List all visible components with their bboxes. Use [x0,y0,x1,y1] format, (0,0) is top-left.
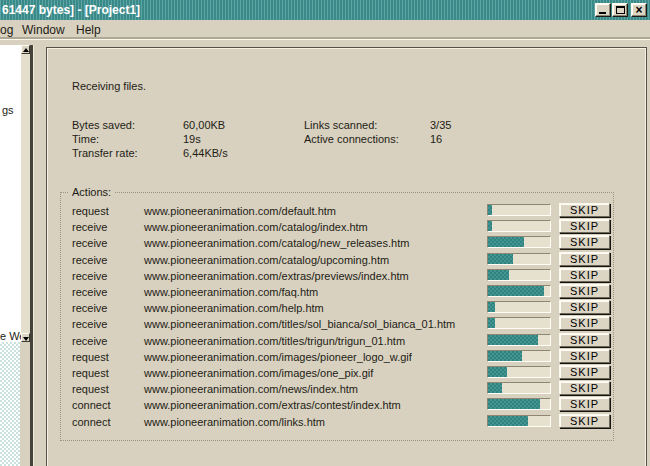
action-type: request [72,367,109,379]
action-url: www.pioneeranimation.com/titles/sol_bian… [144,318,455,330]
progress-bar-fill [488,399,540,409]
action-url: www.pioneeranimation.com/links.htm [144,416,325,428]
time-label: Time: [72,133,99,145]
action-type: connect [72,416,111,428]
action-type: receive [72,302,107,314]
skip-button[interactable]: SKIP [559,414,610,428]
close-button[interactable]: × [631,3,647,17]
skip-button[interactable]: SKIP [559,365,610,379]
progress-bar [487,269,551,281]
action-type: receive [72,221,107,233]
progress-bar-fill [488,302,495,312]
progress-bar [487,334,551,346]
transfer-rate-label: Transfer rate: [72,147,138,159]
menu-item-help[interactable]: Help [76,23,101,37]
links-scanned-value: 3/35 [430,119,451,131]
skip-button[interactable]: SKIP [559,300,610,314]
action-url: www.pioneeranimation.com/extras/previews… [144,270,409,282]
minimize-icon [599,12,606,14]
skip-button[interactable]: SKIP [559,235,610,249]
action-row: receive www.pioneeranimation.com/faq.htm… [0,284,650,300]
action-url: www.pioneeranimation.com/help.htm [144,302,324,314]
progress-bar-fill [488,351,522,361]
progress-bar-fill [488,416,528,426]
progress-bar [487,236,551,248]
scroll-up-button[interactable] [21,45,30,54]
action-type: request [72,383,109,395]
progress-bar [487,204,551,216]
progress-bar [487,253,551,265]
action-url: www.pioneeranimation.com/news/index.htm [144,383,358,395]
progress-bar-fill [488,286,544,296]
action-row: connect www.pioneeranimation.com/extras/… [0,397,650,413]
skip-button[interactable]: SKIP [559,349,610,363]
action-row: receive www.pioneeranimation.com/catalog… [0,219,650,235]
action-row: receive www.pioneeranimation.com/extras/… [0,268,650,284]
active-connections-value: 16 [430,133,442,145]
action-type: receive [72,237,107,249]
menu-bar: og Window Help [0,20,650,40]
progress-bar-fill [488,205,492,215]
action-row: request www.pioneeranimation.com/default… [0,203,650,219]
arrow-up-icon [23,48,29,52]
skip-button[interactable]: SKIP [559,219,610,233]
action-row: receive www.pioneeranimation.com/catalog… [0,235,650,251]
bytes-saved-value: 60,00KB [183,119,225,131]
window-title: 61447 bytes] - [Project1] [2,3,140,17]
progress-bar-fill [488,237,524,247]
action-type: receive [72,286,107,298]
action-url: www.pioneeranimation.com/faq.htm [144,286,318,298]
app-window: { "window": { "title": "61447 bytes] - [… [0,0,650,466]
bytes-saved-label: Bytes saved: [72,119,135,131]
action-url: www.pioneeranimation.com/images/one_pix.… [144,367,373,379]
transfer-rate-value: 6,44KB/s [183,147,228,159]
action-type: receive [72,335,107,347]
action-type: receive [72,254,107,266]
skip-button[interactable]: SKIP [559,268,610,282]
action-row: receive www.pioneeranimation.com/titles/… [0,333,650,349]
skip-button[interactable]: SKIP [559,252,610,266]
progress-bar [487,382,551,394]
progress-bar-fill [488,367,507,377]
action-row: request www.pioneeranimation.com/images/… [0,365,650,381]
menu-item-partial[interactable]: og [0,23,13,37]
action-row: receive www.pioneeranimation.com/help.ht… [0,300,650,316]
window-controls: × [595,3,647,17]
maximize-icon [616,6,625,14]
skip-button[interactable]: SKIP [559,284,610,298]
action-row: request www.pioneeranimation.com/images/… [0,349,650,365]
action-row: receive www.pioneeranimation.com/titles/… [0,316,650,332]
progress-bar [487,398,551,410]
status-message: Receiving files. [72,80,146,92]
close-icon: × [632,3,646,17]
skip-button[interactable]: SKIP [559,316,610,330]
skip-button[interactable]: SKIP [559,397,610,411]
tree-item-fragment[interactable]: gs [2,104,14,116]
action-url: www.pioneeranimation.com/titles/trigun/t… [144,335,405,347]
progress-bar-fill [488,318,495,328]
progress-bar [487,317,551,329]
maximize-button[interactable] [612,3,628,17]
action-url: www.pioneeranimation.com/catalog/upcomin… [144,254,389,266]
action-type: receive [72,270,107,282]
minimize-button[interactable] [595,3,611,17]
menu-item-window[interactable]: Window [22,23,65,37]
actions-group-label: Actions: [68,186,115,198]
action-url: www.pioneeranimation.com/images/pioneer_… [144,351,412,363]
action-row: connect www.pioneeranimation.com/links.h… [0,414,650,430]
action-url: www.pioneeranimation.com/default.htm [144,205,336,217]
skip-button[interactable]: SKIP [559,203,610,217]
action-url: www.pioneeranimation.com/extras/contest/… [144,399,401,411]
time-value: 19s [183,133,201,145]
skip-button[interactable]: SKIP [559,333,610,347]
progress-bar [487,415,551,427]
progress-bar-fill [488,254,513,264]
progress-bar [487,301,551,313]
progress-bar [487,220,551,232]
progress-bar [487,285,551,297]
progress-bar-fill [488,270,509,280]
skip-button[interactable]: SKIP [559,381,610,395]
action-row: receive www.pioneeranimation.com/catalog… [0,252,650,268]
client-area: gs e We Receiving files. Bytes saved: 60… [0,40,650,466]
progress-bar [487,350,551,362]
